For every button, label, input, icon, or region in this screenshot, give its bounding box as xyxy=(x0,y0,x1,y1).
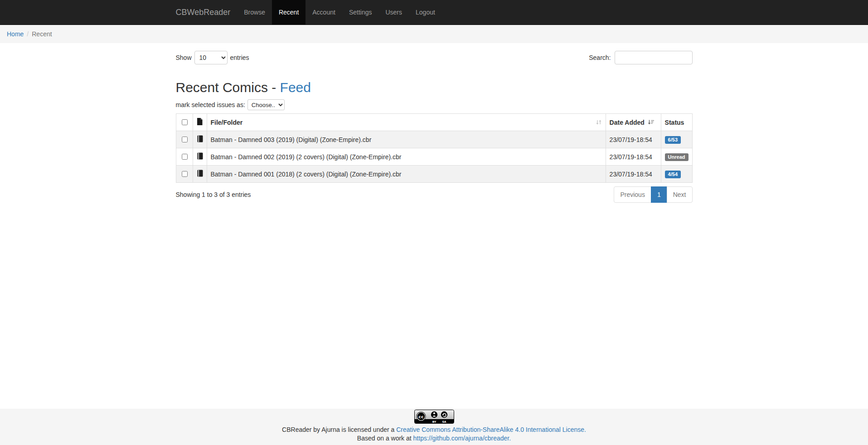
table-header-row: File/Folder Date Added xyxy=(176,114,692,131)
search-input[interactable] xyxy=(615,51,693,64)
status-header-label: Status xyxy=(665,119,684,126)
breadcrumb-current: Recent xyxy=(32,30,52,38)
row-checkbox[interactable] xyxy=(182,171,188,177)
status-badge: 4/54 xyxy=(665,171,681,178)
search-control: Search: xyxy=(589,51,692,64)
status-badge: 6/53 xyxy=(665,136,681,144)
file-icon xyxy=(197,118,203,125)
search-label: Search: xyxy=(589,54,611,61)
comics-table: File/Folder Date Added xyxy=(176,113,693,183)
book-icon xyxy=(197,135,203,142)
breadcrumb-separator: / xyxy=(24,30,32,38)
column-header-date-added[interactable]: Date Added xyxy=(606,114,661,131)
brand[interactable]: CBWebReader xyxy=(176,0,238,24)
date-added: 23/07/19-18:54 xyxy=(606,148,661,166)
status-badge: Unread xyxy=(665,153,689,161)
pagination-previous[interactable]: Previous xyxy=(614,186,651,203)
page-length-select[interactable]: 10 xyxy=(194,51,228,64)
file-name[interactable]: Batman - Damned 001 (2018) (2 covers) (D… xyxy=(207,166,606,183)
select-all-cell xyxy=(176,114,193,131)
nav-item-settings[interactable]: Settings xyxy=(342,0,379,25)
breadcrumb: Home/Recent xyxy=(0,25,868,43)
date-added: 23/07/19-18:54 xyxy=(606,131,661,148)
row-checkbox[interactable] xyxy=(182,137,188,142)
nav-menu: Browse Recent Account Settings Users Log… xyxy=(237,0,442,24)
sort-both-icon xyxy=(596,119,602,125)
sort-desc-icon xyxy=(647,119,655,125)
book-icon xyxy=(197,170,203,177)
column-header-file-folder[interactable]: File/Folder xyxy=(207,114,606,131)
nav-item-recent[interactable]: Recent xyxy=(272,0,305,25)
mark-selected-label: mark selected issues as: xyxy=(176,101,245,108)
table-controls: Show 10 entries Search: xyxy=(176,51,693,64)
pagination-next[interactable]: Next xyxy=(667,186,693,203)
date-added-header-label: Date Added xyxy=(610,119,645,126)
navbar: CBWebReader Browse Recent Account Settin… xyxy=(0,0,868,25)
column-header-status[interactable]: Status xyxy=(661,114,692,131)
mark-selected-control: mark selected issues as: Choose... xyxy=(176,99,693,110)
page-title-text: Recent Comics - xyxy=(176,80,280,95)
breadcrumb-home-link[interactable]: Home xyxy=(7,30,24,38)
entries-label: entries xyxy=(230,54,249,61)
pagination-page-1[interactable]: 1 xyxy=(651,186,667,203)
table-row: Batman - Damned 002 (2019) (2 covers) (D… xyxy=(176,148,692,166)
feed-link[interactable]: Feed xyxy=(280,80,311,95)
page-title: Recent Comics - Feed xyxy=(176,80,693,95)
page-length-control: Show 10 entries xyxy=(176,51,249,64)
nav-item-users[interactable]: Users xyxy=(378,0,409,25)
pagination: Previous 1 Next xyxy=(614,186,692,203)
show-label: Show xyxy=(176,54,192,61)
mark-selected-select[interactable]: Choose... xyxy=(247,99,285,110)
date-added: 23/07/19-18:54 xyxy=(606,166,661,183)
file-name[interactable]: Batman - Damned 003 (2019) (Digital) (Zo… xyxy=(207,131,606,148)
nav-item-account[interactable]: Account xyxy=(305,0,342,25)
book-icon xyxy=(197,152,203,160)
nav-item-browse[interactable]: Browse xyxy=(237,0,272,25)
type-column-header xyxy=(193,114,207,131)
select-all-checkbox[interactable] xyxy=(182,119,188,125)
table-info: Showing 1 to 3 of 3 entries xyxy=(176,186,251,198)
file-folder-header-label: File/Folder xyxy=(211,119,243,126)
file-name[interactable]: Batman - Damned 002 (2019) (2 covers) (D… xyxy=(207,148,606,166)
nav-item-logout[interactable]: Logout xyxy=(409,0,442,25)
row-checkbox[interactable] xyxy=(182,154,188,160)
table-row: Batman - Damned 003 (2019) (Digital) (Zo… xyxy=(176,131,692,148)
table-row: Batman - Damned 001 (2018) (2 covers) (D… xyxy=(176,166,692,183)
